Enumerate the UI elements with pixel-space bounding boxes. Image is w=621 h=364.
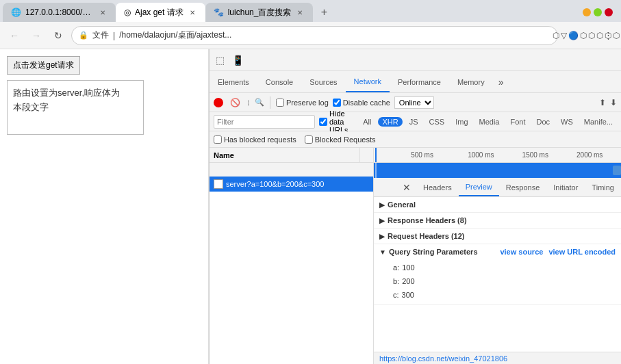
filter-pills: All XHR JS CSS Img Media Font Doc WS Man… [359, 117, 617, 127]
ext2-icon[interactable]: ▽ [561, 31, 567, 40]
maximize-button[interactable] [594, 8, 602, 16]
filter-ws[interactable]: WS [557, 117, 577, 127]
section-request-headers-header[interactable]: ▶ Request Headers (12) [374, 229, 621, 244]
tab1-close[interactable]: ✕ [98, 8, 107, 17]
device-toolbar-icon[interactable]: 📱 [230, 53, 245, 68]
tick-500: 500 ms [411, 151, 433, 159]
preserve-log-checkbox[interactable] [276, 99, 284, 107]
filter-doc[interactable]: Doc [533, 117, 555, 127]
tab-3[interactable]: 🐾 luichun_百度搜索 ✕ [205, 3, 314, 22]
tick-1500: 1500 ms [522, 151, 548, 159]
extensions-area: ⬡ ▽ 🔵 ⬡ ⬡ ⬡ ⬡ ⬡ ⬡ [583, 28, 598, 43]
network-header: Name [210, 148, 373, 163]
timeline-tick-header [210, 163, 373, 177]
tab-memory[interactable]: Memory [449, 71, 493, 92]
filter-xhr[interactable]: XHR [378, 117, 402, 127]
tab-network[interactable]: Network [346, 71, 390, 92]
tab3-close[interactable]: ✕ [295, 8, 305, 17]
import-har-button[interactable]: ⬆ [599, 98, 606, 107]
filter-media[interactable]: Media [475, 117, 504, 127]
filter-font[interactable]: Font [507, 117, 530, 127]
tab2-title: Ajax get 请求 [135, 7, 183, 18]
filter-icon[interactable]: ⫶ [246, 99, 251, 107]
network-row-server[interactable]: server?a=100&b=200&c=300 [210, 177, 373, 192]
timeline-header: 500 ms 1000 ms 1500 ms 2000 ms [374, 148, 621, 163]
disable-cache-label[interactable]: Disable cache [333, 99, 390, 107]
filter-row2: Has blocked requests Blocked Requests [210, 131, 621, 148]
tab-console[interactable]: Console [257, 71, 301, 92]
status-link[interactable]: https://blog.csdn.net/weixin_47021806 [379, 354, 507, 363]
title-bar: 🌐 127.0.0.1:8000/server ✕ ◎ Ajax get 请求 … [0, 0, 621, 22]
export-har-button[interactable]: ⬇ [610, 98, 617, 107]
detail-tab-response[interactable]: Response [499, 178, 547, 196]
inspect-element-icon[interactable]: ⬚ [212, 53, 227, 68]
tab-sources[interactable]: Sources [301, 71, 345, 92]
close-button[interactable] [605, 8, 613, 16]
ext1-icon[interactable]: ⬡ [553, 31, 559, 40]
section-general-header[interactable]: ▶ General [374, 197, 621, 212]
response-line1: 路由设置为server,响应体为 [13, 88, 120, 98]
section-query-params-header[interactable]: ▼ Query String Parameters view source vi… [374, 244, 621, 259]
send-get-button[interactable]: 点击发送get请求 [7, 56, 80, 75]
forward-button[interactable]: → [27, 27, 45, 44]
filter-manifest[interactable]: Manife... [580, 117, 617, 127]
throttle-select[interactable]: Online [394, 96, 434, 109]
ext5-icon[interactable]: ⬡ [588, 31, 595, 40]
tab1-title: 127.0.0.1:8000/server [25, 8, 94, 17]
clear-button[interactable]: 🚫 [227, 95, 242, 110]
back-button[interactable]: ← [5, 27, 23, 44]
param-b-key: b: [393, 277, 399, 285]
tab-1[interactable]: 🌐 127.0.0.1:8000/server ✕ [3, 3, 116, 22]
hide-data-urls-checkbox[interactable] [319, 118, 327, 126]
status-bar: https://blog.csdn.net/weixin_47021806 [374, 352, 621, 364]
detail-tab-preview[interactable]: Preview [459, 178, 499, 196]
minimize-button[interactable] [583, 8, 591, 16]
section-query-params: ▼ Query String Parameters view source vi… [374, 244, 621, 305]
network-area: Name server?a=100&b=200&c=300 [210, 148, 621, 364]
filter-input[interactable] [214, 115, 315, 129]
address-bar[interactable]: 🔒 文件 | /home/dalaojun/桌面/ajaxtest... [71, 26, 558, 45]
blocked-requests-checkbox[interactable] [305, 135, 313, 144]
response-headers-arrow-icon: ▶ [379, 217, 385, 224]
record-button[interactable] [214, 98, 223, 107]
section-request-headers: ▶ Request Headers (12) [374, 229, 621, 244]
tab-performance[interactable]: Performance [390, 71, 449, 92]
hide-data-urls-label[interactable]: Hide data URLs [319, 109, 355, 134]
filter-all[interactable]: All [359, 117, 375, 127]
devtools-tabs: Elements Console Sources Network Perform… [210, 71, 621, 93]
param-c-key: c: [393, 291, 399, 299]
tab-2[interactable]: ◎ Ajax get 请求 ✕ [116, 3, 205, 22]
has-blocked-label[interactable]: Has blocked requests [214, 135, 296, 144]
reload-button[interactable]: ↻ [49, 27, 67, 44]
detail-close-button[interactable]: ✕ [397, 178, 416, 196]
detail-tab-initiator[interactable]: Initiator [546, 178, 585, 196]
blocked-requests-label[interactable]: Blocked Requests [305, 135, 376, 144]
disable-cache-checkbox[interactable] [333, 99, 341, 107]
has-blocked-checkbox[interactable] [214, 135, 222, 144]
view-source-link[interactable]: view source [500, 248, 543, 256]
request-name: server?a=100&b=200&c=300 [226, 180, 324, 188]
tab2-close[interactable]: ✕ [188, 8, 197, 17]
section-response-headers: ▶ Response Headers (8) [374, 213, 621, 229]
ext4-icon[interactable]: ⬡ [580, 31, 587, 40]
filter-css[interactable]: CSS [425, 117, 449, 127]
filter-img[interactable]: Img [451, 117, 472, 127]
view-url-encoded-link[interactable]: view URL encoded [548, 248, 616, 256]
search-icon[interactable]: 🔍 [255, 98, 264, 107]
ext3-icon[interactable]: 🔵 [568, 31, 579, 40]
nav-icons: ☆ ⬡ ▽ 🔵 ⬡ ⬡ ⬡ ⬡ ⬡ ⬡ ⋮ [565, 28, 616, 43]
more-tabs-button[interactable]: » [493, 77, 509, 88]
section-response-headers-header[interactable]: ▶ Response Headers (8) [374, 213, 621, 228]
query-params-actions: view source view URL encoded [500, 248, 616, 256]
secure-label: 文件 [92, 29, 109, 41]
tab-elements[interactable]: Elements [210, 71, 257, 92]
detail-tab-timing[interactable]: Timing [585, 178, 621, 196]
detail-tab-headers[interactable]: Headers [416, 178, 459, 196]
filter-js[interactable]: JS [405, 117, 422, 127]
new-tab-button[interactable]: + [316, 4, 332, 21]
network-toolbar: 🚫 ⫶ 🔍 Preserve log Disable cache Online … [210, 93, 621, 112]
request-headers-arrow-icon: ▶ [379, 233, 385, 240]
query-params-body: a: 100 b: 200 c: 300 [374, 259, 621, 304]
preserve-log-label[interactable]: Preserve log [276, 99, 329, 107]
menu-icon[interactable]: ⋮ [600, 28, 616, 43]
